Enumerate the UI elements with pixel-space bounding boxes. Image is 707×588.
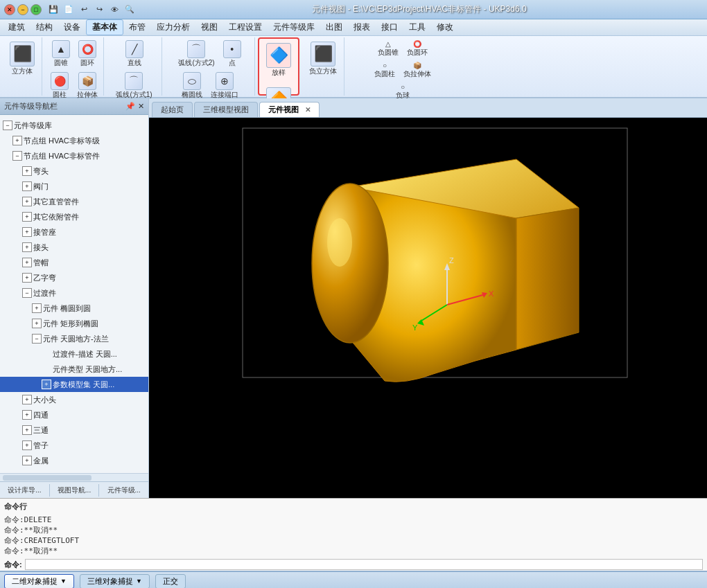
tree-item-transition[interactable]: − 过渡件 <box>0 285 148 301</box>
connect-port-button[interactable]: ⊕ 连接端口 <box>208 71 241 101</box>
expand-icon[interactable]: + <box>22 440 32 450</box>
tree-item-connector[interactable]: + 接头 <box>0 240 148 255</box>
arc2-button[interactable]: ⌒ 弧线(方式2) <box>175 39 217 69</box>
expand-icon[interactable]: + <box>22 425 32 435</box>
neg-cylinder-button[interactable]: ○ 负圆柱 <box>372 60 398 80</box>
close-sidebar-icon[interactable]: ✕ <box>138 102 144 111</box>
menu-equipment[interactable]: 设备 <box>58 20 86 35</box>
expand-icon[interactable]: + <box>42 380 51 389</box>
expand-icon[interactable]: − <box>32 334 42 344</box>
tree-item-cross[interactable]: + 四通 <box>0 407 148 422</box>
sidebar-tab-view-nav[interactable]: 视图导航... <box>50 484 100 497</box>
snap-2d-arrow[interactable]: ▼ <box>60 578 67 585</box>
line-button[interactable]: ╱ 直线 <box>123 39 146 69</box>
new-icon[interactable]: 📄 <box>62 3 75 16</box>
tree-item-tee[interactable]: + 三通 <box>0 422 148 438</box>
menu-report[interactable]: 报表 <box>348 20 376 35</box>
expand-icon[interactable]: + <box>22 456 32 465</box>
tree-item-reducer[interactable]: + 大小头 <box>0 392 148 407</box>
tab-component-view[interactable]: 元件视图 ✕ <box>259 102 320 117</box>
ellipse-button[interactable]: ⬭ 椭圆线 <box>179 71 205 101</box>
expand-icon[interactable]: + <box>22 227 32 237</box>
menu-basic-body[interactable]: 基本体 <box>86 19 123 35</box>
tab-start[interactable]: 起始页 <box>152 102 193 117</box>
menu-architecture[interactable]: 建筑 <box>3 20 30 35</box>
tree-item-metal[interactable]: + 金属 <box>0 453 148 468</box>
expand-icon[interactable]: − <box>12 151 22 161</box>
cylinder-button[interactable]: 🔴 圆柱 <box>48 71 71 101</box>
save-icon[interactable]: 💾 <box>47 3 60 16</box>
cone-button[interactable]: ▲ 圆锥 <box>49 39 73 69</box>
tree-item-param-model[interactable]: + 参数模型集 天圆... <box>0 377 148 392</box>
menu-project-settings[interactable]: 工程设置 <box>223 20 268 35</box>
expand-icon[interactable]: + <box>22 197 32 206</box>
point-button[interactable]: • 点 <box>220 39 244 69</box>
expand-icon[interactable]: + <box>22 181 32 191</box>
snap-3d-arrow[interactable]: ▼ <box>136 578 142 585</box>
menu-component-library[interactable]: 元件等级库 <box>268 20 320 35</box>
expand-icon[interactable]: + <box>22 166 32 176</box>
expand-icon[interactable]: + <box>22 212 32 222</box>
menu-piping[interactable]: 布管 <box>123 20 151 35</box>
expand-icon[interactable]: + <box>22 273 32 283</box>
sidebar-tab-design[interactable]: 设计库导... <box>0 484 50 497</box>
eye-icon[interactable]: 👁 <box>108 3 121 16</box>
torus-button[interactable]: ⭕ 圆环 <box>76 39 99 69</box>
expand-icon[interactable]: + <box>22 258 32 267</box>
expand-icon[interactable]: + <box>12 136 22 145</box>
tree-item-type[interactable]: 元件类型 天圆地方... <box>0 362 148 377</box>
tree-item-offset[interactable]: + 乙字弯 <box>0 270 148 285</box>
menu-structure[interactable]: 结构 <box>30 20 58 35</box>
ortho-button[interactable]: 正交 <box>155 574 186 589</box>
tab-3d-model[interactable]: 三维模型视图 <box>194 102 258 117</box>
neg-torus-button[interactable]: ⭕ 负圆环 <box>404 39 430 59</box>
tree-item-desc[interactable]: 过渡件-描述 天圆... <box>0 346 148 362</box>
neg-cube-button[interactable]: ⬛ 负立方体 <box>305 39 341 79</box>
snap-3d-button[interactable]: 三维对象捕捉 ▼ <box>80 574 150 589</box>
neg-extrude-button[interactable]: 📦 负拉伸体 <box>401 60 434 80</box>
tree-item-pipe[interactable]: + 管子 <box>0 438 148 453</box>
tree-item-ellipse-round[interactable]: + 元件 椭圆到圆 <box>0 301 148 316</box>
tab-close-icon[interactable]: ✕ <box>305 106 311 114</box>
minimize-button[interactable]: − <box>17 4 28 15</box>
menu-stress[interactable]: 应力分析 <box>151 20 195 35</box>
tree-item-rect-ellipse[interactable]: + 元件 矩形到椭圆 <box>0 316 148 331</box>
tree-item-socket[interactable]: + 接管座 <box>0 224 148 240</box>
tree-item-elbow[interactable]: + 弯头 <box>0 163 148 179</box>
expand-icon[interactable]: + <box>22 242 32 252</box>
window-controls[interactable]: ✕ − □ <box>4 4 42 15</box>
sidebar-tab-component[interactable]: 元件等级... <box>99 484 148 497</box>
loft-button[interactable]: 🔷 放样 <box>262 40 295 80</box>
search-icon[interactable]: 🔍 <box>123 3 136 16</box>
undo-icon[interactable]: ↩ <box>78 3 90 16</box>
pin-icon[interactable]: 📌 <box>125 102 135 111</box>
tree-item-attach[interactable]: + 其它依附管件 <box>0 209 148 224</box>
expand-icon[interactable]: + <box>32 319 42 328</box>
command-input[interactable] <box>25 559 703 570</box>
neg-cone-button[interactable]: △ 负圆锥 <box>375 39 401 59</box>
menu-interface[interactable]: 接口 <box>376 20 403 35</box>
expand-icon[interactable]: + <box>22 395 32 404</box>
tree-item-root[interactable]: − 元件等级库 <box>0 118 148 133</box>
tree-item-valve[interactable]: + 阀门 <box>0 179 148 194</box>
sidebar-scrollbar[interactable] <box>0 473 148 481</box>
menu-tools[interactable]: 工具 <box>403 20 431 35</box>
redo-icon[interactable]: ↪ <box>93 3 105 16</box>
expand-icon[interactable]: + <box>22 410 32 420</box>
expand-icon[interactable]: + <box>32 303 42 313</box>
cube-button[interactable]: ⬛ 立方体 <box>6 39 39 79</box>
extrude-button[interactable]: 📦 拉伸体 <box>74 71 101 101</box>
tree-item-cap[interactable]: + 管帽 <box>0 255 148 270</box>
expand-icon[interactable]: − <box>3 121 12 130</box>
tree-area[interactable]: − 元件等级库 + 节点组 HVAC非标等级 − 节点组 HVAC非标管件 + … <box>0 115 148 473</box>
maximize-button[interactable]: □ <box>30 4 42 15</box>
tree-item-sq2rnd-flange[interactable]: − 元件 天圆地方-法兰 <box>0 331 148 346</box>
expand-icon[interactable]: − <box>22 288 32 298</box>
close-button[interactable]: ✕ <box>4 4 15 15</box>
tree-item-straight[interactable]: + 其它直管管件 <box>0 194 148 209</box>
snap-2d-button[interactable]: 二维对象捕捉 ▼ <box>4 574 74 589</box>
menu-modify[interactable]: 修改 <box>431 20 459 35</box>
menu-view[interactable]: 视图 <box>195 20 223 35</box>
menu-output[interactable]: 出图 <box>320 20 348 35</box>
tree-item-hvac-std[interactable]: + 节点组 HVAC非标等级 <box>0 133 148 148</box>
